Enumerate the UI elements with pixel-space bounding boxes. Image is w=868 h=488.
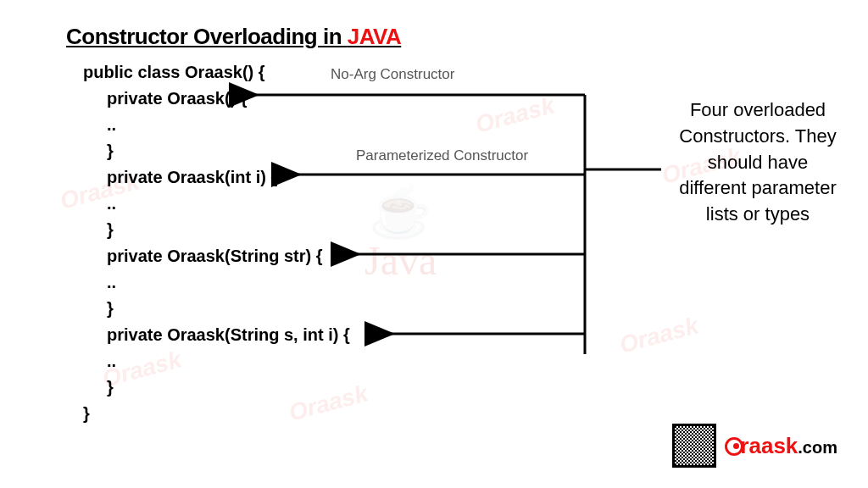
code-line-constructor-noarg: private Oraask() { bbox=[83, 86, 350, 112]
code-line-constructor-string: private Oraask(String str) { bbox=[83, 243, 350, 269]
watermark: Oraask bbox=[616, 312, 701, 358]
brand-logo: raask.com bbox=[725, 433, 837, 459]
code-line: .. bbox=[83, 269, 350, 296]
title-text: Constructor Overloading in bbox=[66, 24, 348, 49]
footer: raask.com bbox=[672, 424, 837, 468]
qr-code-icon bbox=[672, 424, 716, 468]
label-param: Parameterized Constructor bbox=[356, 147, 528, 164]
java-logo-watermark: ☕ Java bbox=[364, 186, 437, 284]
page-title: Constructor Overloading in JAVA bbox=[66, 24, 401, 50]
explanation-text: Four overloaded Constructors. They shoul… bbox=[673, 97, 843, 228]
code-block: public class Oraask() { private Oraask()… bbox=[83, 59, 350, 427]
brand-icon bbox=[725, 437, 743, 456]
brand-name: raask bbox=[740, 433, 798, 458]
code-line: public class Oraask() { bbox=[83, 63, 265, 81]
code-line: } bbox=[83, 138, 350, 164]
watermark: Oraask bbox=[472, 92, 557, 138]
code-line-constructor-string-int: private Oraask(String s, int i) { bbox=[83, 322, 350, 348]
code-line: } bbox=[83, 217, 350, 243]
code-line: .. bbox=[83, 348, 350, 374]
code-line: } bbox=[83, 374, 350, 401]
brand-suffix: .com bbox=[798, 438, 837, 457]
code-line: } bbox=[83, 404, 90, 423]
label-noarg: No-Arg Constructor bbox=[331, 66, 454, 83]
code-line: } bbox=[83, 296, 350, 322]
code-line: .. bbox=[83, 112, 350, 138]
code-line-constructor-int: private Oraask(int i) { bbox=[83, 164, 350, 191]
title-accent: JAVA bbox=[348, 24, 402, 49]
code-line: .. bbox=[83, 191, 350, 217]
